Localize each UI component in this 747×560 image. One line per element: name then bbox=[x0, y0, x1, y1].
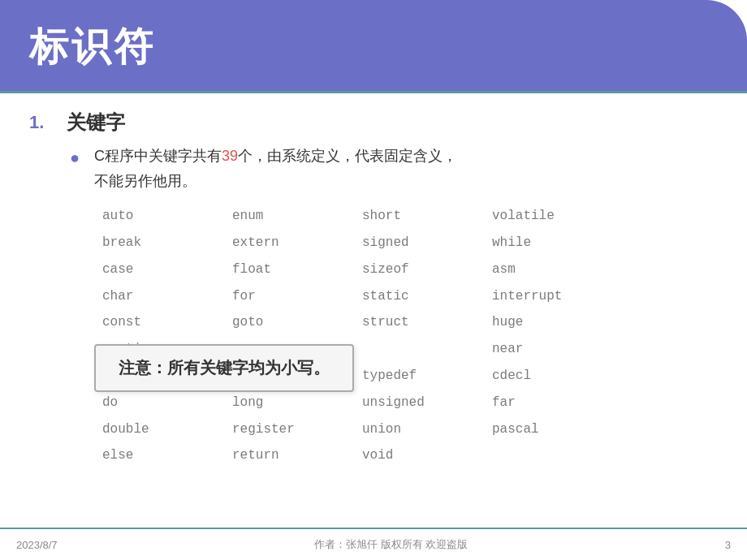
keyword-typedef: typedef bbox=[362, 364, 492, 388]
bullet-text-before: C程序中关键字共有 bbox=[94, 148, 222, 164]
keyword-far: far bbox=[492, 391, 622, 415]
keyword-col-1: auto break case char const continue defa… bbox=[102, 205, 232, 467]
keyword-near: near bbox=[492, 338, 622, 361]
bullet-text: C程序中关键字共有39个，由系统定义，代表固定含义， 不能另作他用。 bbox=[94, 144, 457, 193]
keyword-sizeof: sizeof bbox=[362, 258, 492, 282]
section-header: 1. 关键字 bbox=[29, 110, 718, 136]
section-title: 关键字 bbox=[67, 110, 125, 136]
header: 标识符 bbox=[0, 0, 747, 93]
keyword-register: register bbox=[232, 418, 362, 442]
keyword-typedef-spacer bbox=[362, 338, 492, 361]
header-title: 标识符 bbox=[29, 21, 156, 73]
keyword-break: break bbox=[102, 231, 232, 255]
footer: 2023/8/7 作者：张旭仟 版权所有 欢迎盗版 3 bbox=[0, 528, 747, 560]
keyword-pascal: pascal bbox=[492, 418, 622, 442]
keyword-extern: extern bbox=[232, 231, 362, 255]
keyword-else: else bbox=[102, 444, 232, 467]
keyword-union: union bbox=[362, 418, 492, 442]
tooltip-box: 注意：所有关键字均为小写。 bbox=[94, 344, 354, 392]
keyword-for: for bbox=[232, 285, 362, 308]
keyword-float: float bbox=[232, 258, 362, 282]
footer-date: 2023/8/7 bbox=[16, 539, 58, 551]
keyword-const: const bbox=[102, 311, 232, 334]
keyword-cdecl: cdecl bbox=[492, 364, 622, 388]
main-content: 1. 关键字 ● C程序中关键字共有39个，由系统定义，代表固定含义， 不能另作… bbox=[0, 93, 747, 467]
keyword-unsigned: unsigned bbox=[362, 391, 492, 415]
bullet-text-after: 个，由系统定义，代表固定含义， bbox=[238, 148, 457, 164]
tooltip-text: 注意：所有关键字均为小写。 bbox=[119, 359, 330, 377]
keyword-huge: huge bbox=[492, 311, 622, 334]
bullet-item: ● C程序中关键字共有39个，由系统定义，代表固定含义， 不能另作他用。 bbox=[70, 144, 718, 193]
section-number: 1. bbox=[29, 112, 52, 133]
keyword-while: while bbox=[492, 231, 622, 255]
keyword-auto: auto bbox=[102, 205, 232, 228]
keyword-return: return bbox=[232, 444, 362, 467]
keyword-interrupt: interrupt bbox=[492, 285, 622, 308]
keyword-do: do bbox=[102, 391, 232, 415]
footer-author: 作者：张旭仟 版权所有 欢迎盗版 bbox=[314, 537, 468, 552]
keyword-col-4: volatile while asm interrupt huge near c… bbox=[492, 205, 622, 467]
keyword-asm: asm bbox=[492, 258, 622, 282]
keyword-struct: struct bbox=[362, 311, 492, 334]
keyword-case: case bbox=[102, 258, 232, 282]
keyword-signed: signed bbox=[362, 231, 492, 255]
keywords-grid: auto break case char const continue defa… bbox=[102, 205, 718, 467]
keyword-col-2: enum extern float for goto if long regis… bbox=[232, 205, 362, 467]
keyword-char: char bbox=[102, 285, 232, 308]
bullet-icon: ● bbox=[70, 145, 80, 170]
keyword-void: void bbox=[362, 444, 492, 467]
highlight-number: 39 bbox=[222, 148, 238, 164]
footer-page: 3 bbox=[725, 539, 731, 551]
keyword-long: long bbox=[232, 391, 362, 415]
keyword-col-3: short signed sizeof static struct typede… bbox=[362, 205, 492, 467]
keyword-volatile: volatile bbox=[492, 205, 622, 228]
keyword-static: static bbox=[362, 285, 492, 308]
keyword-short: short bbox=[362, 205, 492, 228]
keyword-goto: goto bbox=[232, 311, 362, 334]
keyword-double: double bbox=[102, 418, 232, 442]
bullet-text-line2: 不能另作他用。 bbox=[94, 173, 196, 189]
keyword-enum: enum bbox=[232, 205, 362, 228]
